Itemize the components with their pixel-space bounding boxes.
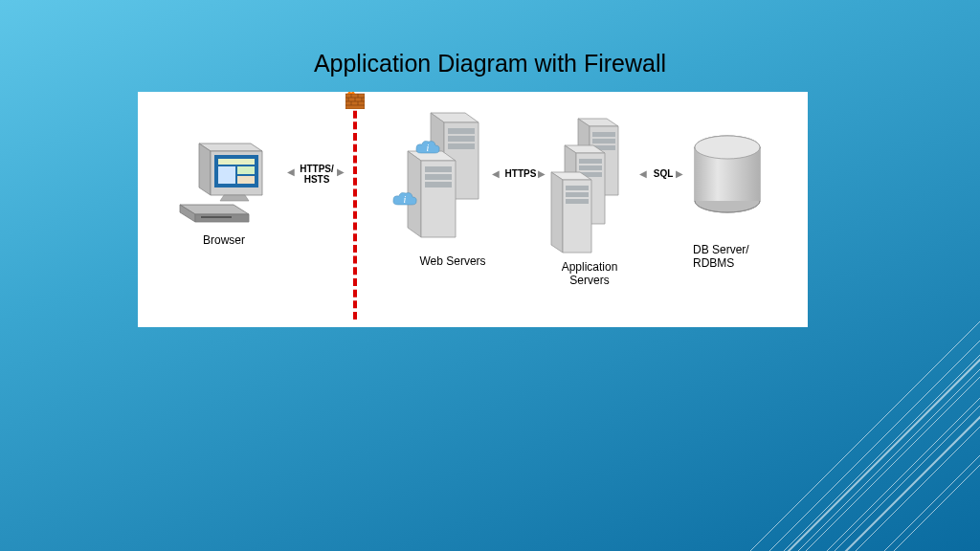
svg-line-71 [808, 379, 980, 551]
arrow-left-icon: ◀ [492, 168, 499, 179]
server-tower-icon [549, 111, 645, 254]
svg-line-65 [789, 360, 980, 551]
slide: Application Diagram with Firewall [0, 0, 980, 551]
svg-line-63 [760, 331, 980, 551]
svg-rect-27 [448, 128, 475, 134]
svg-line-69 [856, 427, 980, 551]
svg-rect-48 [579, 165, 602, 170]
svg-rect-42 [592, 139, 615, 143]
arrow-right-icon: ▶ [538, 168, 545, 179]
cloud-info-icon: i [415, 140, 440, 157]
app-servers-node [549, 111, 645, 264]
svg-marker-23 [220, 195, 249, 201]
svg-rect-21 [237, 166, 255, 174]
db-node [689, 134, 766, 230]
svg-rect-35 [425, 182, 452, 187]
svg-text:i: i [427, 143, 430, 153]
arrow-left-icon: ◀ [287, 166, 294, 177]
protocol-https-hsts: HTTPS/ HSTS [297, 164, 337, 185]
firewall-line [353, 99, 357, 320]
svg-rect-29 [448, 143, 475, 149]
svg-rect-20 [218, 166, 235, 184]
protocol-https: HTTPS [501, 168, 540, 179]
firewall-icon [345, 92, 365, 109]
svg-rect-34 [425, 174, 452, 180]
slide-title: Application Diagram with Firewall [0, 50, 980, 77]
svg-rect-54 [566, 192, 589, 197]
arrow-right-icon: ▶ [337, 166, 344, 177]
arrow-right-icon: ▶ [676, 168, 682, 179]
protocol-sql: SQL [649, 168, 678, 179]
arrow-left-icon: ◀ [639, 168, 646, 179]
web-servers-label: Web Servers [410, 254, 496, 268]
svg-rect-53 [566, 186, 589, 190]
svg-rect-47 [579, 159, 602, 164]
svg-rect-55 [566, 199, 589, 204]
svg-line-61 [731, 302, 980, 551]
browser-label: Browser [195, 233, 253, 247]
browser-node [176, 138, 272, 243]
computer-icon [176, 138, 272, 224]
svg-line-67 [817, 388, 980, 551]
svg-rect-14 [201, 216, 232, 218]
diagram-panel: Browser ◀ HTTPS/ HSTS ▶ [138, 92, 808, 327]
svg-rect-22 [237, 176, 255, 184]
svg-rect-19 [218, 159, 255, 165]
svg-line-66 [796, 367, 980, 551]
svg-marker-52 [563, 180, 591, 253]
db-label: DB Server/ RDBMS [693, 243, 779, 270]
database-cylinder-icon [689, 134, 766, 220]
svg-marker-51 [551, 172, 563, 253]
svg-line-64 [768, 339, 980, 551]
cloud-info-icon: i [392, 191, 417, 209]
app-servers-label: Application Servers [551, 260, 628, 287]
svg-marker-16 [199, 143, 211, 195]
svg-rect-33 [425, 166, 452, 172]
svg-point-59 [695, 136, 760, 159]
svg-rect-41 [592, 132, 615, 137]
svg-text:i: i [404, 194, 407, 205]
svg-line-70 [750, 321, 980, 551]
web-servers-node: i i [396, 103, 511, 256]
svg-line-68 [846, 417, 980, 551]
svg-rect-28 [448, 136, 475, 142]
svg-line-62 [746, 317, 980, 551]
